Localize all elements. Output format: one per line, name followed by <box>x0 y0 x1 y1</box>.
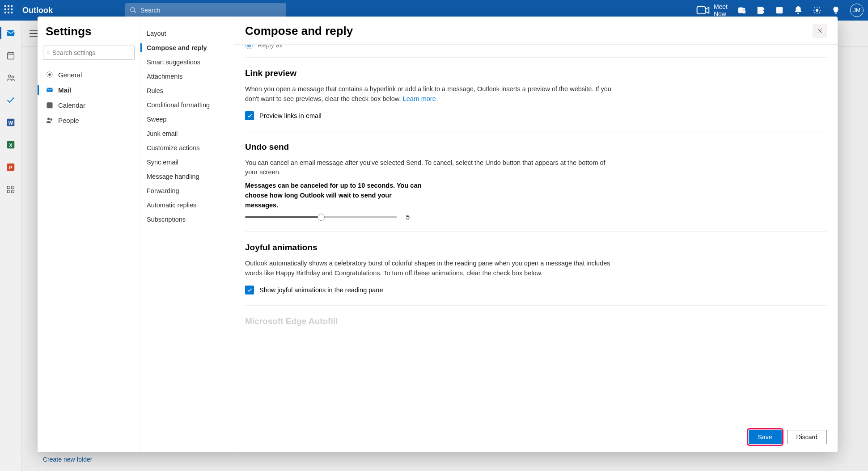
radio-selected-icon <box>245 45 253 49</box>
settings-gear-icon[interactable] <box>813 6 821 15</box>
page-title: Compose and reply <box>245 24 813 38</box>
settings-search-input[interactable] <box>52 49 131 56</box>
undo-send-slider[interactable] <box>245 216 397 218</box>
subnav-sync-email[interactable]: Sync email <box>140 155 234 169</box>
subnav-compose-reply[interactable]: Compose and reply <box>140 41 234 55</box>
rail-word-icon[interactable]: W <box>4 116 17 129</box>
learn-more-link[interactable]: Learn more <box>403 95 436 102</box>
rail-people-icon[interactable] <box>4 71 17 84</box>
content-header: Compose and reply <box>234 17 838 45</box>
rail-mail-icon[interactable] <box>4 27 17 39</box>
onenote-icon[interactable] <box>756 6 765 15</box>
checkbox-checked-icon[interactable] <box>245 111 254 120</box>
rail-excel-icon[interactable]: X <box>4 139 17 151</box>
lightbulb-icon[interactable] <box>831 6 840 15</box>
people-icon <box>46 116 54 124</box>
svg-rect-6 <box>7 30 14 36</box>
svg-point-24 <box>51 119 52 121</box>
settings-categories-panel: Settings General Mail <box>38 17 140 452</box>
subnav-junk-email[interactable]: Junk email <box>140 126 234 141</box>
subnav-subscriptions[interactable]: Subscriptions <box>140 212 234 227</box>
rail-todo-icon[interactable] <box>4 94 17 106</box>
user-avatar[interactable]: JM <box>850 4 864 17</box>
app-launcher-icon[interactable] <box>4 5 14 15</box>
body-wrap: W X P Create new folder Settings Gen <box>0 21 868 471</box>
teams-icon[interactable] <box>737 6 746 15</box>
app-title: Outlook <box>22 6 53 15</box>
checkbox-checked-icon[interactable] <box>245 286 254 294</box>
search-box[interactable] <box>125 3 286 17</box>
search-icon <box>47 50 50 56</box>
subnav-message-handling[interactable]: Message handling <box>140 169 234 184</box>
settings-title: Settings <box>43 25 135 38</box>
svg-text:X: X <box>9 143 13 148</box>
category-list: General Mail Calendar People <box>43 67 135 128</box>
subnav-rules[interactable]: Rules <box>140 84 234 98</box>
search-input[interactable] <box>140 7 282 14</box>
svg-point-8 <box>8 75 11 78</box>
close-icon <box>816 27 823 34</box>
svg-rect-0 <box>697 7 706 14</box>
svg-point-9 <box>12 76 14 78</box>
edge-autofill-heading: Microsoft Edge Autofill <box>245 316 827 326</box>
slider-value: 5 <box>406 214 410 221</box>
save-button[interactable]: Save <box>749 430 782 444</box>
settings-content-panel: Compose and reply Reply all Link preview… <box>234 17 838 452</box>
undo-slider-wrap: 5 <box>245 214 827 221</box>
section-edge-autofill: Microsoft Edge Autofill <box>245 305 827 326</box>
svg-rect-21 <box>47 88 53 92</box>
joyful-checkbox-row[interactable]: Show joyful animations in the reading pa… <box>245 286 827 294</box>
svg-rect-18 <box>7 190 10 193</box>
link-preview-body: When you open a message that contains a … <box>245 84 616 104</box>
subnav-smart-suggestions[interactable]: Smart suggestions <box>140 55 234 69</box>
subnav-customize-actions[interactable]: Customize actions <box>140 141 234 155</box>
rail-more-apps-icon[interactable] <box>4 183 17 196</box>
reply-all-label: Reply all <box>258 45 283 49</box>
mail-icon <box>46 86 54 94</box>
subnav-sweep[interactable]: Sweep <box>140 112 234 126</box>
subnav-forwarding[interactable]: Forwarding <box>140 184 234 198</box>
close-button[interactable] <box>813 24 827 38</box>
subnav-attachments[interactable]: Attachments <box>140 69 234 84</box>
search-container <box>125 3 286 17</box>
joyful-body: Outlook automatically shows a celebrator… <box>245 259 616 278</box>
category-label: Mail <box>58 86 71 94</box>
svg-point-20 <box>49 74 51 76</box>
undo-send-body: You can cancel an email message after yo… <box>245 158 616 178</box>
bell-icon[interactable] <box>794 6 803 15</box>
content-scroll[interactable]: Reply all Link preview When you open a m… <box>234 45 838 422</box>
svg-text:W: W <box>8 120 13 126</box>
svg-point-23 <box>48 118 50 120</box>
rail-calendar-icon[interactable] <box>4 49 17 62</box>
settings-search[interactable] <box>43 46 135 60</box>
calendar-icon <box>46 101 54 109</box>
todo-app-icon[interactable] <box>775 6 784 15</box>
category-general[interactable]: General <box>43 67 135 82</box>
svg-point-5 <box>816 9 818 12</box>
joyful-checkbox-label: Show joyful animations in the reading pa… <box>259 286 383 294</box>
subnav-layout[interactable]: Layout <box>140 26 234 41</box>
category-label: Calendar <box>58 101 85 109</box>
discard-button[interactable]: Discard <box>787 430 827 444</box>
preview-links-checkbox-row[interactable]: Preview links in email <box>245 111 827 120</box>
svg-rect-1 <box>739 8 743 13</box>
rail-powerpoint-icon[interactable]: P <box>4 161 17 173</box>
preview-links-label: Preview links in email <box>259 112 322 119</box>
settings-modal: Settings General Mail <box>38 17 838 452</box>
undo-send-heading: Undo send <box>245 142 827 152</box>
reply-all-option[interactable]: Reply all <box>245 45 827 57</box>
joyful-heading: Joyful animations <box>245 243 827 252</box>
slider-thumb[interactable] <box>318 214 325 221</box>
gear-icon <box>46 71 54 79</box>
subnav-conditional-formatting[interactable]: Conditional formatting <box>140 98 234 112</box>
modal-overlay: Settings General Mail <box>21 21 868 471</box>
category-calendar[interactable]: Calendar <box>43 97 135 113</box>
category-people[interactable]: People <box>43 113 135 128</box>
header-right: Meet Now JM <box>696 3 864 17</box>
category-mail[interactable]: Mail <box>43 82 135 97</box>
undo-slider-description: Messages can be canceled for up to 10 se… <box>245 181 424 210</box>
link-preview-heading: Link preview <box>245 68 827 78</box>
svg-rect-7 <box>7 53 14 59</box>
subnav-automatic-replies[interactable]: Automatic replies <box>140 198 234 212</box>
meet-now-button[interactable]: Meet Now <box>696 3 728 17</box>
